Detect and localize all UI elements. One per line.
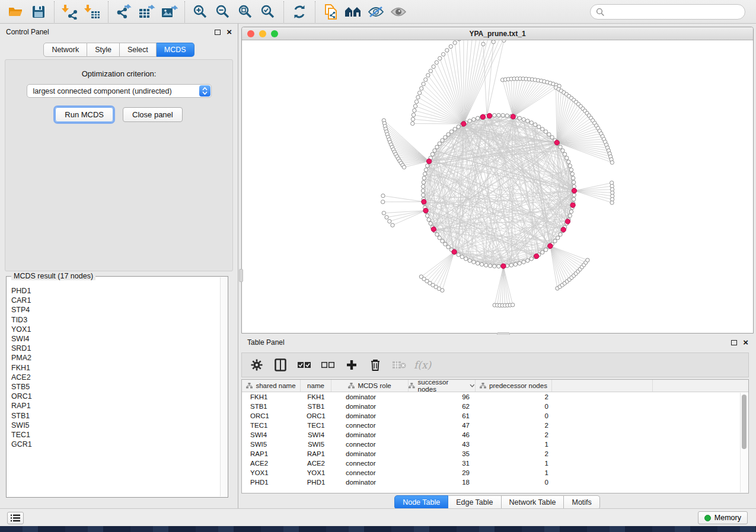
network-node[interactable]: [570, 172, 574, 175]
node-table[interactable]: shared namenameMCDS rolesuccessor nodesp…: [241, 379, 749, 493]
network-node[interactable]: [518, 116, 521, 120]
network-node[interactable]: [572, 181, 575, 184]
mcds-result-item[interactable]: PHD1: [11, 286, 219, 296]
leaf-node[interactable]: [382, 211, 385, 214]
table-row[interactable]: SWI4SWI4dominator462: [242, 430, 748, 440]
leaf-node[interactable]: [511, 303, 515, 307]
network-node[interactable]: [422, 181, 425, 184]
mcds-result-item[interactable]: SRD1: [11, 344, 219, 353]
leaf-node[interactable]: [414, 100, 418, 103]
mcds-node[interactable]: [511, 114, 515, 119]
minimize-window-icon[interactable]: [259, 30, 266, 37]
mcds-result-list[interactable]: PHD1CAR1STP4TID3YOX1SWI4SRD1PMA2FKH1ACE2…: [10, 279, 219, 496]
network-node[interactable]: [433, 149, 436, 152]
mcds-node[interactable]: [570, 203, 575, 207]
network-node[interactable]: [430, 152, 434, 156]
network-node[interactable]: [446, 133, 450, 136]
show-column-panel-button[interactable]: [272, 356, 289, 374]
table-row[interactable]: YOX1YOX1connector291: [242, 468, 748, 477]
leaf-node[interactable]: [416, 95, 420, 99]
mcds-node[interactable]: [572, 188, 576, 193]
network-node[interactable]: [550, 136, 554, 139]
network-node[interactable]: [541, 127, 544, 131]
hide-selected-button[interactable]: [365, 2, 387, 21]
table-row[interactable]: STB1STB1dominator620: [242, 402, 748, 411]
leaf-node[interactable]: [441, 53, 445, 56]
float-panel-icon[interactable]: [731, 340, 737, 345]
mcds-node[interactable]: [548, 243, 553, 248]
mcds-node[interactable]: [461, 121, 466, 126]
table-row[interactable]: RAP1RAP1dominator352: [242, 449, 748, 459]
mcds-result-item[interactable]: RAP1: [11, 401, 219, 411]
close-panel-icon[interactable]: ×: [227, 29, 232, 35]
mcds-result-item[interactable]: PMA2: [11, 353, 219, 363]
network-node[interactable]: [444, 136, 447, 139]
mcds-list-scrollbar[interactable]: [220, 277, 227, 496]
zoom-in-button[interactable]: [189, 2, 212, 21]
table-settings-button[interactable]: [248, 356, 266, 374]
network-node[interactable]: [476, 261, 480, 265]
close-panel-button[interactable]: Close panel: [123, 107, 183, 122]
tab-motifs[interactable]: Motifs: [564, 495, 599, 509]
network-node[interactable]: [444, 242, 447, 246]
leaf-node[interactable]: [413, 104, 417, 108]
float-panel-icon[interactable]: [215, 30, 221, 35]
export-table-button[interactable]: [135, 2, 158, 21]
network-node[interactable]: [425, 164, 429, 168]
leaf-node[interactable]: [381, 194, 385, 197]
table-row[interactable]: ACE2ACE2connector311: [242, 459, 748, 468]
leaf-node[interactable]: [422, 82, 425, 86]
refresh-layout-button[interactable]: [288, 2, 311, 21]
tab-node-table[interactable]: Node Table: [394, 495, 448, 509]
first-neighbors-button[interactable]: [342, 2, 365, 21]
tab-style[interactable]: Style: [87, 43, 120, 57]
mcds-node[interactable]: [431, 227, 436, 232]
network-node[interactable]: [497, 264, 500, 268]
network-node[interactable]: [572, 185, 576, 188]
network-node[interactable]: [544, 130, 547, 133]
network-node[interactable]: [453, 127, 457, 131]
network-node[interactable]: [561, 149, 564, 152]
maximize-window-icon[interactable]: [271, 30, 278, 37]
network-node[interactable]: [422, 185, 425, 188]
column-header-role[interactable]: MCDS role: [331, 380, 409, 392]
search-input[interactable]: [608, 8, 739, 16]
tab-select[interactable]: Select: [120, 43, 157, 57]
table-row[interactable]: SWI5SWI5connector431: [242, 440, 748, 449]
network-node[interactable]: [468, 259, 471, 262]
network-node[interactable]: [468, 119, 471, 123]
leaf-node[interactable]: [411, 121, 414, 125]
network-node[interactable]: [565, 156, 569, 160]
leaf-node[interactable]: [502, 40, 506, 42]
search-box[interactable]: [590, 4, 745, 20]
leaf-node[interactable]: [417, 91, 421, 95]
leaf-node[interactable]: [453, 41, 457, 44]
network-node[interactable]: [435, 145, 439, 149]
mcds-node[interactable]: [501, 264, 506, 268]
leaf-node[interactable]: [432, 65, 435, 68]
network-node[interactable]: [559, 233, 562, 236]
leaf-node[interactable]: [413, 108, 416, 112]
network-node[interactable]: [505, 114, 509, 117]
network-node[interactable]: [424, 168, 428, 172]
leaf-node[interactable]: [424, 78, 428, 81]
leaf-node[interactable]: [441, 289, 444, 292]
mcds-node[interactable]: [480, 114, 485, 119]
mcds-result-item[interactable]: STP4: [11, 305, 219, 315]
tab-network[interactable]: Network: [43, 43, 87, 57]
tab-edge-table[interactable]: Edge Table: [448, 495, 501, 509]
network-node[interactable]: [501, 114, 505, 117]
network-node[interactable]: [568, 164, 572, 168]
column-header-successors[interactable]: successor nodes: [409, 380, 476, 392]
memory-button[interactable]: Memory: [698, 511, 748, 524]
close-window-icon[interactable]: [247, 30, 254, 37]
delete-table-button[interactable]: [390, 356, 408, 374]
leaf-node[interactable]: [610, 201, 614, 204]
network-node[interactable]: [449, 130, 453, 133]
network-node[interactable]: [533, 123, 537, 126]
mcds-node[interactable]: [487, 113, 492, 118]
leaf-node[interactable]: [445, 49, 449, 52]
network-node[interactable]: [446, 245, 450, 249]
network-node[interactable]: [567, 160, 570, 164]
network-node[interactable]: [472, 260, 476, 264]
